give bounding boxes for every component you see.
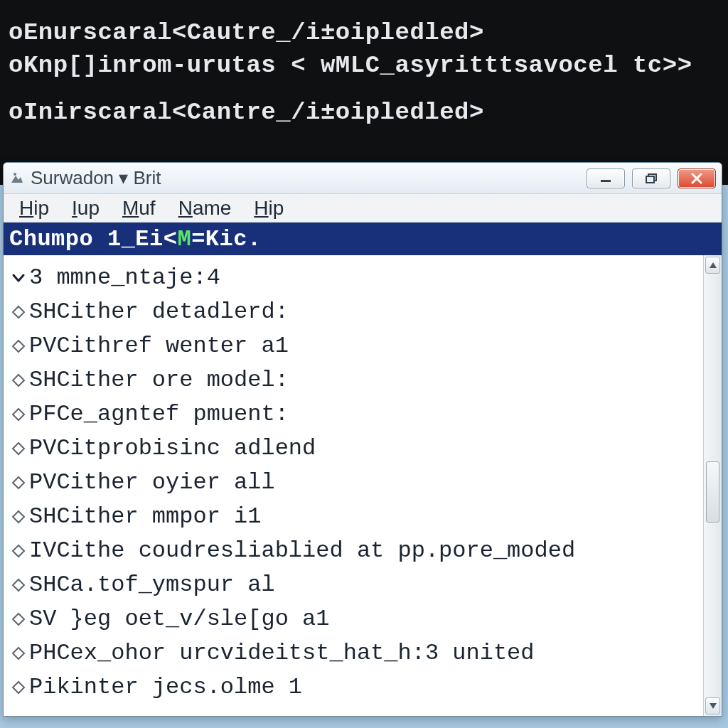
menu-iup[interactable]: Iup (60, 194, 111, 222)
header-text-before: Chumpo 1_Ei< (9, 226, 177, 252)
list-item[interactable]: SHCa.tof_ymspur al (8, 568, 699, 602)
content-area: 3 mmne_ntaje:4SHCither detadlerd:PVCithr… (4, 255, 722, 716)
scroll-thumb[interactable] (706, 461, 719, 523)
list-item[interactable]: PVCither oyier all (8, 466, 699, 500)
diamond-icon (8, 510, 29, 524)
terminal-line: oEnurscaral<Cautre_/i±oipledled> (9, 17, 719, 50)
vertical-scrollbar[interactable] (703, 255, 722, 716)
list-item-text: PVCitprobisinc adlend (29, 432, 316, 466)
selected-header[interactable]: Chumpo 1_Ei<M=Kic. (4, 223, 722, 255)
header-highlight: M (177, 226, 191, 252)
svg-point-0 (14, 173, 16, 176)
diamond-icon (8, 680, 29, 695)
app-window: Surwadon ▾ Brit Hip Iup Muf Name Hip (3, 162, 722, 717)
menu-hip[interactable]: Hip (8, 194, 60, 222)
list-item[interactable]: Pikinter jecs.olme 1 (8, 670, 699, 705)
menu-muf[interactable]: Muf (111, 194, 167, 222)
close-button[interactable] (678, 168, 716, 188)
list-item[interactable]: PVCithref wenter a1 (8, 329, 699, 363)
list-item[interactable]: SHCither mmpor i1 (8, 500, 699, 534)
terminal-line: oKnp[]inrom-urutas < wMLC_asyritttsavoce… (9, 50, 719, 82)
chevron-down-icon (8, 270, 29, 286)
maximize-button[interactable] (632, 168, 670, 188)
scroll-down-button[interactable] (705, 697, 720, 714)
diamond-icon (8, 305, 29, 319)
list-item-text: PFCe_agntef pmuent: (29, 397, 289, 432)
list-item[interactable]: 3 mmne_ntaje:4 (8, 261, 699, 295)
diamond-icon (8, 339, 29, 353)
list-item-text: SHCa.tof_ymspur al (29, 568, 275, 602)
diamond-icon (8, 407, 29, 422)
list-item[interactable]: PVCitprobisinc adlend (8, 432, 699, 466)
list-item-text: 3 mmne_ntaje:4 (29, 261, 220, 295)
app-icon (9, 171, 25, 186)
window-title: Surwadon ▾ Brit (31, 167, 161, 189)
minimize-button[interactable] (587, 168, 625, 188)
list-item[interactable]: SV }eg oet_v/sle[go a1 (8, 602, 699, 636)
header-text-after: =Kic. (191, 226, 262, 252)
list-item[interactable]: SHCither ore model: (8, 363, 699, 397)
terminal-line: oInirscaral<Cantre_/i±oipledled> (9, 97, 719, 129)
list-item-text: PHCex_ohor urcvideitst_hat_h:3 united (29, 636, 535, 670)
list-item-text: Pikinter jecs.olme 1 (29, 670, 302, 705)
list-item[interactable]: SHCither detadlerd: (8, 295, 699, 329)
diamond-icon (8, 441, 29, 456)
list-item-text: SHCither detadlerd: (29, 295, 289, 329)
list-item[interactable]: PHCex_ohor urcvideitst_hat_h:3 united (8, 636, 699, 670)
menu-hip-2[interactable]: Hip (242, 194, 295, 222)
diamond-icon (8, 578, 29, 592)
scroll-up-button[interactable] (705, 257, 720, 274)
diamond-icon (8, 476, 29, 490)
list-item-text: PVCithref wenter a1 (29, 329, 289, 363)
list-item[interactable]: PFCe_agntef pmuent: (8, 397, 699, 432)
list-item-text: SHCither ore model: (29, 363, 289, 397)
diamond-icon (8, 646, 29, 660)
svg-rect-1 (601, 180, 611, 182)
menubar: Hip Iup Muf Name Hip (4, 194, 722, 223)
list-item-text: SHCither mmpor i1 (29, 500, 261, 534)
list-item-text: PVCither oyier all (29, 466, 275, 500)
svg-rect-3 (646, 176, 654, 183)
diamond-icon (8, 544, 29, 558)
diamond-icon (8, 373, 29, 387)
window-controls (587, 168, 716, 188)
titlebar[interactable]: Surwadon ▾ Brit (4, 163, 722, 194)
list-item[interactable]: IVCithe coudresliablied at pp.pore_moded (8, 534, 699, 568)
list-item-text: SV }eg oet_v/sle[go a1 (29, 602, 329, 636)
terminal-output: oEnurscaral<Cautre_/i±oipledled> oKnp[]i… (0, 0, 728, 185)
list-content[interactable]: 3 mmne_ntaje:4SHCither detadlerd:PVCithr… (4, 255, 703, 716)
menu-name[interactable]: Name (167, 194, 243, 222)
list-item-text: IVCithe coudresliablied at pp.pore_moded (29, 534, 575, 568)
diamond-icon (8, 612, 29, 626)
